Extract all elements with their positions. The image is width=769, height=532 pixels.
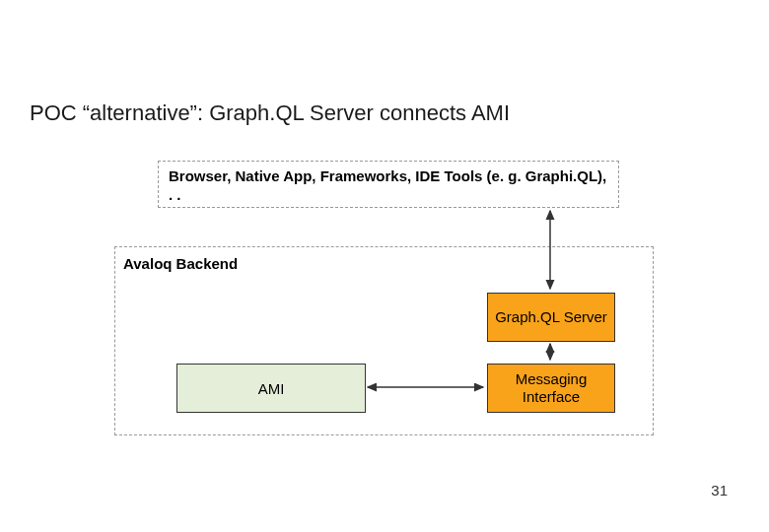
clients-text: Browser, Native App, Frameworks, IDE Too…: [169, 167, 606, 203]
page-number: 31: [711, 482, 728, 499]
slide-title: POC “alternative”: Graph.QL Server conne…: [30, 100, 510, 126]
messaging-interface-text: Messaging Interface: [488, 370, 614, 406]
graphql-server-text: Graph.QL Server: [495, 308, 607, 326]
ami-text: AMI: [258, 380, 285, 397]
backend-container: Avaloq Backend Graph.QL Server Messaging…: [114, 246, 654, 435]
graphql-server-box: Graph.QL Server: [487, 293, 615, 342]
messaging-interface-box: Messaging Interface: [487, 364, 615, 413]
ami-box: AMI: [176, 364, 366, 413]
backend-label: Avaloq Backend: [123, 255, 238, 272]
clients-box: Browser, Native App, Frameworks, IDE Too…: [158, 161, 619, 208]
